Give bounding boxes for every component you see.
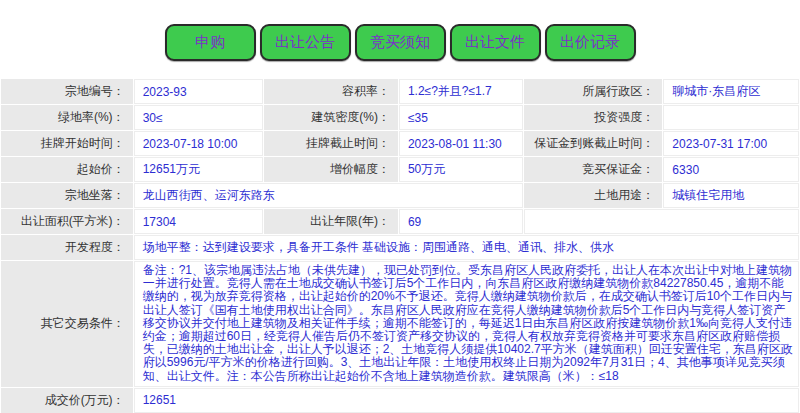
action-toolbar: 申购 出让公告 竞买须知 出让文件 出价记录: [0, 0, 800, 78]
value-area: 17304: [134, 209, 263, 234]
value-listing-end: 2023-08-01 11:30: [399, 131, 523, 156]
label-term: 出让年限(年)：: [264, 209, 398, 234]
label-investment-intensity: 投资强度：: [524, 105, 663, 130]
value-land-use: 城镇住宅用地: [663, 183, 799, 208]
value-development: 场地平整：达到建设要求，具备开工条件 基础设施：周围通路、通电、通讯、排水、供水: [134, 235, 799, 260]
value-deposit-deadline: 2023-07-31 17:00: [663, 131, 799, 156]
label-parcel-number: 宗地编号：: [1, 79, 133, 104]
value-empty-spacer: [524, 209, 799, 234]
row-parcel: 宗地编号： 2023-93 容积率： 1.2≤?并且?≤1.7 所属行政区： 聊…: [1, 79, 799, 104]
label-building-density: 建筑密度(%)：: [264, 105, 398, 130]
value-parcel-number: 2023-93: [134, 79, 263, 104]
land-parcel-info-table: 宗地编号： 2023-93 容积率： 1.2≤?并且?≤1.7 所属行政区： 聊…: [0, 78, 800, 413]
row-rates: 绿地率(%)： 30≤ 建筑密度(%)： ≤35 投资强度：: [1, 105, 799, 130]
value-plot-ratio: 1.2≤?并且?≤1.7: [399, 79, 523, 104]
label-listing-end: 挂牌截止时间：: [264, 131, 398, 156]
label-district: 所属行政区：: [524, 79, 663, 104]
value-start-price: 12651万元: [134, 157, 263, 182]
label-bid-deposit: 竞买保证金：: [524, 157, 663, 182]
value-listing-start: 2023-07-18 10:00: [134, 131, 263, 156]
label-area: 出让面积(平方米)：: [1, 209, 133, 234]
row-development: 开发程度： 场地平整：达到建设要求，具备开工条件 基础设施：周围通路、通电、通讯…: [1, 235, 799, 260]
value-bid-deposit: 6330: [663, 157, 799, 182]
value-increment: 50万元: [399, 157, 523, 182]
label-location: 宗地坐落：: [1, 183, 133, 208]
value-deal-price: 12651: [134, 388, 799, 413]
apply-purchase-button[interactable]: 申购: [165, 24, 256, 61]
label-other-conditions: 其它交易条件：: [1, 261, 133, 387]
bid-records-button[interactable]: 出价记录: [545, 24, 636, 61]
value-other-conditions: 备注：?1、该宗地属违法占地（未供先建），现已处罚到位。受东昌府区人民政府委托，…: [134, 261, 799, 387]
label-deposit-deadline: 保证金到账截止时间：: [524, 131, 663, 156]
value-green-rate: 30≤: [134, 105, 263, 130]
value-investment-intensity: [663, 105, 799, 130]
row-area-term: 出让面积(平方米)： 17304 出让年限(年)： 69: [1, 209, 799, 234]
label-deal-price: 成交价(万元)：: [1, 388, 133, 413]
value-district: 聊城市·东昌府区: [663, 79, 799, 104]
label-plot-ratio: 容积率：: [264, 79, 398, 104]
row-deal-price: 成交价(万元)： 12651: [1, 388, 799, 413]
value-building-density: ≤35: [399, 105, 523, 130]
label-listing-start: 挂牌开始时间：: [1, 131, 133, 156]
row-location: 宗地坐落： 龙山西街西、运河东路东 土地用途： 城镇住宅用地: [1, 183, 799, 208]
listing-documents-button[interactable]: 出让文件: [450, 24, 541, 61]
label-green-rate: 绿地率(%)：: [1, 105, 133, 130]
row-other-conditions: 其它交易条件： 备注：?1、该宗地属违法占地（未供先建），现已处罚到位。受东昌府…: [1, 261, 799, 387]
label-development: 开发程度：: [1, 235, 133, 260]
label-start-price: 起始价：: [1, 157, 133, 182]
row-prices: 起始价： 12651万元 增价幅度： 50万元 竞买保证金： 6330: [1, 157, 799, 182]
value-location: 龙山西街西、运河东路东: [134, 183, 523, 208]
row-times: 挂牌开始时间： 2023-07-18 10:00 挂牌截止时间： 2023-08…: [1, 131, 799, 156]
listing-announcement-button[interactable]: 出让公告: [260, 24, 351, 61]
label-increment: 增价幅度：: [264, 157, 398, 182]
bidding-notes-button[interactable]: 竞买须知: [355, 24, 446, 61]
value-term: 69: [399, 209, 523, 234]
label-land-use: 土地用途：: [524, 183, 663, 208]
